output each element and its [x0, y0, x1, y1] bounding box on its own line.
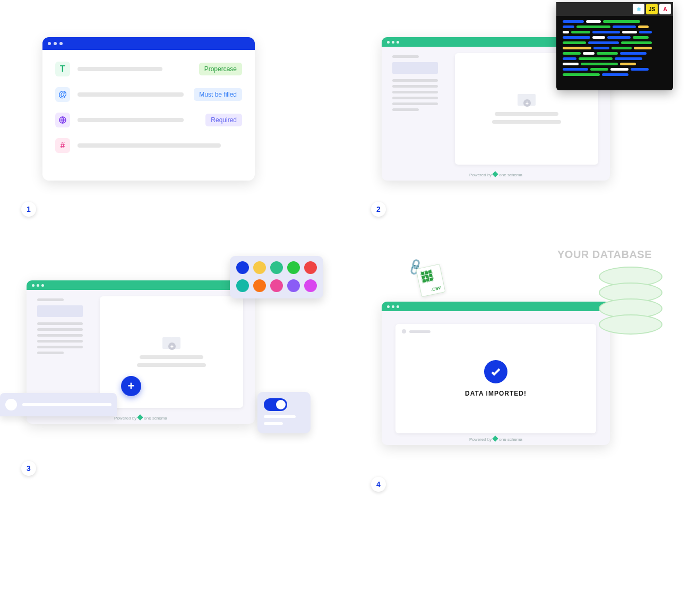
- react-tab-icon: ⚛: [633, 4, 644, 14]
- step-2: + Powered byone schema ⚛ JS A: [371, 5, 668, 217]
- sidebar-placeholder: [392, 55, 438, 114]
- app-window: DATA IMPORTED! Powered byone schema: [382, 302, 610, 445]
- step-4: YOUR DATABASE 🔗 .CSV: [371, 249, 668, 492]
- file-stack-icon: +: [162, 337, 180, 351]
- url-type-icon: [55, 113, 70, 127]
- color-swatch[interactable]: [304, 279, 317, 292]
- text-type-icon: T: [55, 62, 70, 76]
- field-placeholder: [77, 118, 184, 122]
- color-swatch[interactable]: [236, 279, 249, 292]
- powered-by-label: Powered byone schema: [382, 437, 610, 442]
- color-swatch[interactable]: [253, 261, 266, 274]
- step-number-badge: 3: [21, 461, 36, 476]
- step-number-badge: 4: [371, 477, 386, 492]
- panel-header-placeholder: [402, 329, 430, 333]
- validation-pill: Must be filled: [194, 88, 242, 101]
- number-type-icon: #: [55, 138, 70, 153]
- add-button[interactable]: +: [121, 376, 141, 396]
- window-titlebar: [382, 302, 610, 311]
- input-placeholder: [22, 403, 111, 406]
- upload-panel: +: [100, 296, 243, 408]
- sidebar-placeholder: [37, 298, 83, 357]
- field-placeholder: [77, 92, 184, 97]
- field-placeholder: [77, 143, 221, 148]
- import-success-panel: DATA IMPORTED!: [395, 324, 596, 433]
- window-titlebar: [42, 37, 255, 50]
- js-tab-icon: JS: [646, 4, 658, 14]
- color-palette-card: [230, 256, 323, 298]
- validation-pill: Required: [205, 114, 242, 126]
- import-success-text: DATA IMPORTED!: [465, 390, 527, 397]
- code-editor: ⚛ JS A: [556, 2, 673, 90]
- template-window: T Propercase @ Must be filled: [42, 37, 255, 181]
- powered-by-label: Powered byone schema: [382, 172, 610, 177]
- color-swatch[interactable]: [287, 279, 300, 292]
- angular-tab-icon: A: [659, 4, 671, 14]
- step-1: T Propercase @ Must be filled: [21, 5, 318, 217]
- success-check-icon: [484, 360, 507, 383]
- floating-input-card: [0, 393, 117, 416]
- color-swatch[interactable]: [304, 261, 317, 274]
- plus-icon: +: [168, 343, 176, 350]
- color-swatch[interactable]: [270, 279, 283, 292]
- field-row: @ Must be filled: [55, 87, 242, 102]
- step-number-badge: 1: [21, 202, 36, 217]
- step-number-badge: 2: [371, 202, 386, 217]
- avatar-placeholder: [5, 399, 17, 410]
- color-swatch[interactable]: [287, 261, 300, 274]
- database-label: YOUR DATABASE: [557, 249, 652, 261]
- field-placeholder: [77, 67, 162, 71]
- toggle-card: [257, 392, 311, 433]
- step-3: + Powered byone schema: [21, 249, 318, 492]
- field-row: #: [55, 138, 242, 153]
- validation-pill: Propercase: [199, 63, 242, 75]
- database-icon: [599, 267, 662, 336]
- text-placeholder: [264, 415, 296, 418]
- window-titlebar: [27, 280, 255, 290]
- color-swatch[interactable]: [253, 279, 266, 292]
- field-row: Required: [55, 113, 242, 127]
- color-swatch[interactable]: [270, 261, 283, 274]
- color-swatch[interactable]: [236, 261, 249, 274]
- text-placeholder: [264, 422, 283, 425]
- plus-icon: +: [523, 99, 531, 107]
- file-stack-icon: +: [518, 94, 536, 108]
- csv-file-icon: .CSV: [416, 263, 452, 301]
- field-row: T Propercase: [55, 62, 242, 76]
- toggle-switch[interactable]: [264, 398, 287, 411]
- code-lines: [556, 16, 673, 80]
- email-type-icon: @: [55, 87, 70, 102]
